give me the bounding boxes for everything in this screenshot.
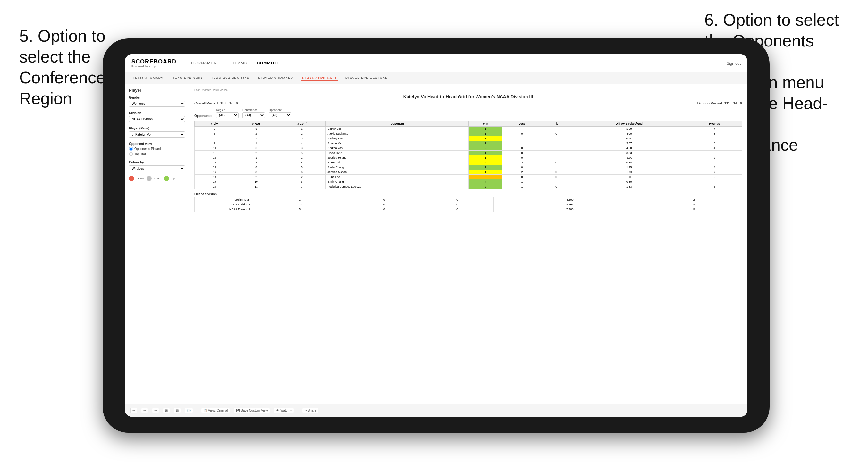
toolbar-undo2[interactable]: ↩ — [141, 408, 148, 413]
th-loss: Loss — [502, 121, 541, 127]
cell-rounds: 2 — [687, 175, 742, 180]
filter-conference-label: Conference — [242, 108, 265, 112]
division-record: Division Record: 331 - 34 - 6 — [698, 101, 742, 105]
toolbar-save-custom[interactable]: 💾 Save Custom View — [234, 408, 270, 413]
nav-committee[interactable]: COMMITTEE — [257, 59, 283, 67]
cell-div: 13 — [195, 155, 235, 160]
table-body: 3 3 1 Esther Lee 1 1.50 4 5 2 2 Alexis S… — [195, 127, 742, 189]
subnav-player-h2h-heatmap[interactable]: PLAYER H2H HEATMAP — [344, 75, 389, 81]
toolbar-undo[interactable]: ↩ — [130, 408, 137, 413]
sidebar-gender-select[interactable]: Women's — [129, 101, 185, 107]
sidebar-player-rank-section: Player (Rank) 8. Katelyn Vo — [129, 127, 185, 137]
cell-name: Andrea York — [326, 146, 469, 151]
cell-conf: 7 — [278, 184, 326, 189]
ood-cell-tie: 0 — [421, 202, 494, 207]
cell-tie — [541, 136, 571, 141]
grid-area: Last Updated: 27/03/2024 Katelyn Vo Head… — [189, 84, 747, 404]
sidebar: Player Gender Women's Division NCAA Divi… — [125, 84, 189, 404]
annotation-left-line1: 5. Option to — [19, 27, 105, 45]
cell-name: Euna Lee — [326, 175, 469, 180]
cell-loss: 0 — [502, 146, 541, 151]
cell-conf: 5 — [278, 165, 326, 170]
table-row: 13 1 1 Jessica Huang 1 0 -3.00 2 — [195, 155, 742, 160]
toolbar-separator-2 — [298, 407, 298, 414]
cell-diff: 4.00 — [571, 131, 687, 136]
toolbar-view-original[interactable]: 📋 View: Original — [201, 408, 230, 413]
main-content: Player Gender Women's Division NCAA Divi… — [125, 84, 747, 404]
subnav-player-h2h-grid[interactable]: PLAYER H2H GRID — [301, 75, 338, 81]
toolbar-clock[interactable]: 🕐 — [185, 408, 193, 413]
cell-win: 2 — [469, 184, 502, 189]
cell-reg: 3 — [235, 127, 278, 131]
filter-row: Opponents: Region (All) Conference (All) — [194, 108, 742, 118]
cell-div: 5 — [195, 131, 235, 136]
filter-region-select[interactable]: (All) — [216, 112, 239, 118]
table-row: 14 7 4 Eunice Yi 2 2 0 0.38 — [195, 160, 742, 165]
ood-cell-name: NCAA Division 2 — [195, 207, 252, 212]
table-row: 5 2 2 Alexis Sudjianto 1 0 0 4.00 3 — [195, 131, 742, 136]
filter-opponent-select[interactable]: (All) — [269, 112, 291, 118]
table-row: 20 11 7 Federica Domecq Lacroze 2 1 0 1.… — [195, 184, 742, 189]
sidebar-division-section: Division NCAA Division III — [129, 111, 185, 122]
nav-items: TOURNAMENTS TEAMS COMMITTEE — [189, 59, 726, 67]
cell-rounds — [687, 160, 742, 165]
nav-bar: SCOREBOARD Powered by clippd TOURNAMENTS… — [125, 55, 747, 72]
cell-rounds: 3 — [687, 131, 742, 136]
cell-conf: 1 — [278, 155, 326, 160]
toolbar-watch[interactable]: 👁 Watch ▾ — [274, 408, 294, 413]
ood-cell-rounds: 2 — [646, 197, 742, 202]
cell-loss: 2 — [502, 160, 541, 165]
cell-conf: 5 — [278, 151, 326, 155]
cell-rounds: 3 — [687, 151, 742, 155]
toolbar-paste[interactable]: ⊟ — [174, 408, 181, 413]
ood-cell-diff: 9.267 — [494, 202, 646, 207]
ood-cell-rounds: 10 — [646, 207, 742, 212]
sign-out[interactable]: Sign out — [726, 61, 741, 66]
sidebar-radio-top100[interactable]: Top 100 — [129, 152, 185, 156]
cell-win: 4 — [469, 180, 502, 184]
main-data-table: # Div # Reg # Conf Opponent Win Loss Tie… — [194, 121, 742, 189]
subnav-team-summary[interactable]: TEAM SUMMARY — [131, 75, 165, 81]
toolbar-separator-1 — [197, 407, 197, 414]
cell-reg: 6 — [235, 146, 278, 151]
subnav-team-h2h-heatmap[interactable]: TEAM H2H HEATMAP — [210, 75, 250, 81]
cell-win: 1 — [469, 170, 502, 175]
sidebar-radio-opponents-played[interactable]: Opponents Played — [129, 147, 185, 151]
cell-rounds: 4 — [687, 146, 742, 151]
cell-conf: 2 — [278, 131, 326, 136]
subnav-team-h2h-grid[interactable]: TEAM H2H GRID — [171, 75, 204, 81]
cell-win: 2 — [469, 160, 502, 165]
cell-div: 14 — [195, 160, 235, 165]
sidebar-player-rank-select[interactable]: 8. Katelyn Vo — [129, 131, 185, 137]
sidebar-gender-label: Gender — [129, 96, 185, 99]
th-win: Win — [469, 121, 502, 127]
grid-header: Katelyn Vo Head-to-Head Grid for Women's… — [194, 94, 742, 99]
cell-conf: 6 — [278, 180, 326, 184]
cell-loss: 8 — [502, 175, 541, 180]
cell-name: Heejo Hyun — [326, 151, 469, 155]
sidebar-colour-by-select[interactable]: Win/loss — [129, 165, 185, 172]
cell-loss: 1 — [502, 184, 541, 189]
cell-diff: 1.50 — [571, 127, 687, 131]
ood-cell-diff: 4.500 — [494, 197, 646, 202]
ood-table-body: Foreign Team 1 0 0 4.500 2 NAIA Division… — [195, 197, 742, 212]
ood-cell-tie: 0 — [421, 197, 494, 202]
sidebar-division-select[interactable]: NCAA Division III — [129, 116, 185, 122]
subnav-player-summary[interactable]: PLAYER SUMMARY — [257, 75, 294, 81]
cell-diff: -3.00 — [571, 155, 687, 160]
overall-record: Overall Record: 353 - 34 - 6 — [194, 101, 238, 105]
cell-conf: 2 — [278, 175, 326, 180]
nav-teams[interactable]: TEAMS — [232, 59, 247, 67]
toolbar-redo[interactable]: ↪ — [152, 408, 159, 413]
th-diff: Diff Av Strokes/Rnd — [571, 121, 687, 127]
toolbar-share[interactable]: ↗ Share — [302, 408, 318, 413]
filter-conference-select[interactable]: (All) — [242, 112, 265, 118]
cell-div: 6 — [195, 136, 235, 141]
nav-tournaments[interactable]: TOURNAMENTS — [189, 59, 222, 67]
cell-div: 20 — [195, 184, 235, 189]
table-row: 18 2 2 Euna Lee 0 8 0 -5.00 2 — [195, 175, 742, 180]
cell-win: 1 — [469, 127, 502, 131]
cell-loss — [502, 141, 541, 146]
toolbar-copy[interactable]: ⊞ — [163, 408, 170, 413]
th-div: # Div — [195, 121, 235, 127]
